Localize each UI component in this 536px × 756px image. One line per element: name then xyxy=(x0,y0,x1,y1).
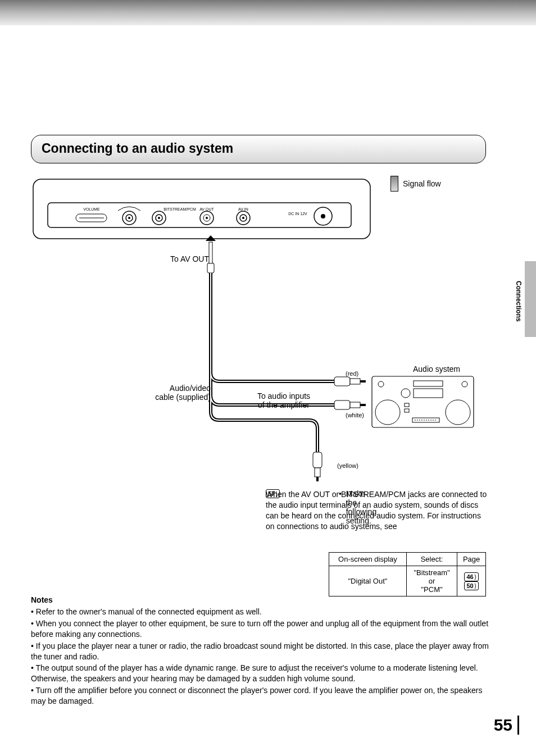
svg-rect-24 xyxy=(334,400,350,409)
svg-rect-22 xyxy=(350,379,360,384)
svg-rect-20 xyxy=(209,242,212,263)
note-item: Turn off the amplifier before you connec… xyxy=(31,685,497,707)
page-ref-46: 46 xyxy=(464,572,478,581)
notes-heading: Notes xyxy=(31,595,497,604)
svg-rect-21 xyxy=(334,377,350,386)
svg-rect-29 xyxy=(316,477,319,481)
section-tab xyxy=(525,261,536,337)
to-audio-inputs-label: To audio inputs of the amplifier xyxy=(247,391,320,409)
page-ref-50: 50 xyxy=(464,581,478,590)
top-gradient-band xyxy=(0,0,536,25)
paragraph-end: . xyxy=(266,489,268,500)
note-item: When you connect the player to other equ… xyxy=(31,618,497,640)
th-select: Select: xyxy=(406,553,457,566)
setting-instruction: Make the following setting. xyxy=(346,489,376,525)
yellow-label: (yellow) xyxy=(337,462,358,469)
paragraph-text: When the AV OUT or BITSTREAM/PCM jacks a… xyxy=(266,489,488,532)
svg-point-31 xyxy=(375,400,400,425)
section-title: Connecting to an audio system xyxy=(42,141,475,156)
svg-rect-23 xyxy=(360,380,366,382)
svg-rect-38 xyxy=(405,403,409,407)
red-label: (red) xyxy=(346,370,358,377)
svg-rect-26 xyxy=(360,404,366,406)
note-item: Refer to the owner's manual of the conne… xyxy=(31,607,497,617)
svg-rect-27 xyxy=(313,452,322,468)
th-page: Page xyxy=(457,553,486,566)
white-label: (white) xyxy=(346,412,364,418)
audio-system-label: Audio system xyxy=(413,365,460,374)
settings-table: On-screen display Select: Page "Digital … xyxy=(329,552,486,596)
cable-path xyxy=(31,170,486,535)
svg-rect-39 xyxy=(405,409,409,412)
notes-list: Refer to the owner's manual of the conne… xyxy=(31,607,497,707)
rca-plug-red xyxy=(334,377,366,386)
svg-rect-37 xyxy=(414,389,443,398)
av-cable-label: Audio/video cable (supplied) xyxy=(152,384,211,402)
td-bitstream-pcm: "Bitstream" or "PCM" xyxy=(406,566,457,596)
svg-rect-28 xyxy=(315,468,320,477)
audio-system-illustration xyxy=(371,375,475,429)
svg-point-34 xyxy=(462,381,467,387)
page-number-bar xyxy=(517,716,519,735)
svg-marker-18 xyxy=(206,235,216,241)
notes-section: Notes Refer to the owner's manual of the… xyxy=(31,595,497,708)
rca-plug-yellow xyxy=(313,452,322,481)
rca-plug-white xyxy=(334,400,366,409)
svg-point-32 xyxy=(446,400,470,425)
note-item: If you place the player near a tuner or … xyxy=(31,641,497,662)
td-pagerefs: 46 50 xyxy=(457,566,486,596)
td-digital-out: "Digital Out" xyxy=(329,566,407,596)
svg-rect-19 xyxy=(207,263,214,273)
section-tab-label: Connections xyxy=(515,281,523,322)
connection-diagram: Signal flow VOLUME BITSTREAM/PCM AV OUT … xyxy=(31,170,486,535)
note-item: The output sound of the player has a wid… xyxy=(31,663,497,684)
svg-point-33 xyxy=(378,381,384,387)
svg-point-35 xyxy=(401,389,410,398)
th-display: On-screen display xyxy=(329,553,407,566)
page-number: 55 xyxy=(494,716,512,735)
section-title-box: Connecting to an audio system xyxy=(31,135,486,163)
svg-rect-36 xyxy=(414,381,443,386)
svg-rect-25 xyxy=(350,402,360,408)
